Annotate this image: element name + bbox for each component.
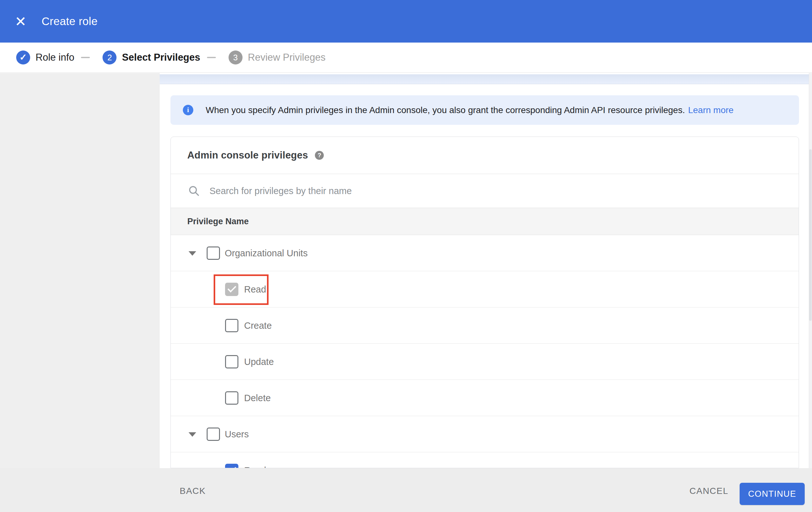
learn-more-link[interactable]: Learn more (688, 105, 733, 115)
step-3-label: Review Privileges (248, 52, 326, 63)
row-label: Users (225, 429, 249, 439)
scrollbar[interactable] (809, 73, 812, 468)
step-2-label: Select Privileges (122, 52, 200, 63)
help-icon[interactable]: ? (315, 151, 324, 160)
row-label: Delete (244, 393, 271, 403)
search-icon (188, 186, 199, 196)
column-header-label: Privilege Name (187, 217, 249, 226)
step-1-label: Role info (35, 52, 74, 63)
step-2-circle[interactable]: 2 (103, 51, 116, 64)
step-1-circle[interactable]: ✓ (16, 51, 30, 64)
step-3-circle[interactable]: 3 (229, 51, 242, 64)
checkbox-update[interactable] (225, 355, 238, 369)
step-connector (207, 57, 216, 58)
search-placeholder: Search for privileges by their name (209, 186, 352, 196)
checkbox-users[interactable] (207, 428, 220, 441)
table-row: Create (171, 307, 799, 344)
checkbox-users-read[interactable] (225, 464, 238, 468)
checkbox-create[interactable] (225, 319, 238, 332)
cancel-button[interactable]: CANCEL (690, 486, 728, 496)
table-row: Read (171, 271, 799, 307)
left-sidebar (0, 73, 160, 468)
column-header-privilege-name: Privilege Name (171, 208, 799, 235)
chevron-down-icon[interactable] (188, 432, 196, 437)
table-row: Read (171, 452, 799, 468)
step-2-number: 2 (107, 53, 112, 62)
scrolled-content-edge (160, 74, 809, 84)
table-row: Users (171, 416, 799, 452)
card-title: Admin console privileges (187, 150, 308, 161)
check-icon: ✓ (19, 53, 27, 62)
checkbox-read[interactable] (225, 283, 238, 296)
row-label: Organizational Units (225, 248, 308, 258)
create-role-dialog: ✕ Create role ✓ Role info 2 Select Privi… (0, 0, 812, 512)
privileges-card: Admin console privileges ? Search for pr… (171, 137, 799, 468)
info-banner: i When you specify Admin privileges in t… (171, 95, 799, 125)
table-row: Organizational Units (171, 235, 799, 271)
stepper: ✓ Role info 2 Select Privileges 3 Review… (0, 43, 812, 73)
row-label: Update (244, 356, 274, 367)
info-icon: i (183, 105, 193, 115)
chevron-down-icon[interactable] (188, 251, 196, 256)
step-connector (81, 57, 90, 58)
app-bar: ✕ Create role (0, 0, 812, 43)
search-input[interactable]: Search for privileges by their name (171, 174, 799, 208)
close-icon[interactable]: ✕ (11, 0, 30, 43)
dialog-title: Create role (41, 0, 97, 43)
table-row: Update (171, 344, 799, 380)
row-label: Create (244, 320, 272, 331)
back-button[interactable]: BACK (180, 486, 206, 496)
table-row: Delete (171, 380, 799, 416)
row-label: Read (244, 465, 266, 468)
checkbox-delete[interactable] (225, 391, 238, 405)
banner-text: When you specify Admin privileges in the… (206, 105, 685, 115)
step-3-number: 3 (233, 53, 238, 62)
continue-button[interactable]: CONTINUE (740, 483, 805, 505)
scrollbar-thumb[interactable] (809, 149, 812, 321)
card-header: Admin console privileges ? (171, 137, 799, 174)
row-label: Read (244, 284, 266, 294)
checkbox-organizational-units[interactable] (207, 246, 220, 260)
